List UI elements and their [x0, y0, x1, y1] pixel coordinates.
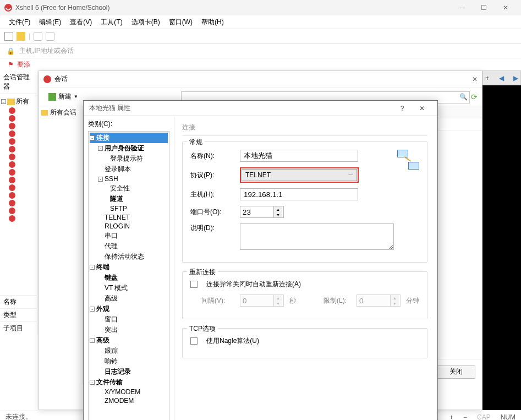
sessions-logo-icon: [43, 75, 51, 83]
manager-properties: 名称 类型 子项目: [0, 295, 37, 335]
session-icon: [9, 161, 15, 168]
session-icon: [9, 154, 15, 160]
chevron-down-icon: ﹀: [348, 172, 353, 179]
reconnect-icon[interactable]: [34, 32, 42, 41]
interval-label: 间隔(V):: [201, 296, 234, 306]
nagle-checkbox[interactable]: [190, 337, 198, 345]
menu-help[interactable]: 帮助(H): [198, 17, 227, 28]
port-label: 端口号(O):: [190, 208, 234, 217]
address-bar: 🔒 主机,IP地址或会话: [0, 44, 521, 58]
interval-spinner: ▲▼: [240, 294, 284, 307]
sessions-titlebar: 会话 ✕: [39, 71, 482, 88]
general-group: 常规 名称(N): 协议(P): TELNET ﹀: [182, 141, 427, 263]
folder-icon: [41, 110, 48, 116]
maximize-button[interactable]: ☐: [473, 0, 495, 15]
close-button[interactable]: ✕: [495, 0, 517, 15]
category-panel: 类别(C): -连接 -用户身份验证 登录提示符 登录脚本 -SSH 安全性 隧…: [84, 116, 174, 420]
menu-view[interactable]: 查看(V): [67, 17, 95, 28]
host-input[interactable]: [240, 188, 358, 200]
session-manager-panel: 会话管理器 -所有 名称 类型 子项目: [0, 70, 37, 335]
session-icon: [9, 115, 15, 122]
limit-spinner: ▲▼: [357, 294, 401, 307]
sessions-folder-tree[interactable]: 所有会话: [39, 106, 83, 384]
auto-reconnect-label: 连接异常关闭时自动重新连接(A): [206, 280, 301, 289]
properties-form: 连接 常规 名称(N): 协议(P): TELNET: [174, 116, 437, 420]
protocol-highlight: TELNET ﹀: [240, 167, 359, 183]
new-session-button[interactable]: 新建 ▼: [43, 90, 83, 103]
session-icon: [9, 208, 15, 214]
collapse-icon[interactable]: -: [90, 265, 95, 270]
menu-tabs[interactable]: 选项卡(B): [128, 17, 163, 28]
main-toolbar: |: [0, 29, 521, 44]
session-manager-title: 会话管理器: [0, 70, 37, 94]
protocol-select[interactable]: TELNET ﹀: [242, 169, 357, 181]
spin-down-icon[interactable]: ▼: [274, 212, 282, 217]
category-label: 类别(C):: [88, 119, 169, 129]
collapse-icon[interactable]: -: [90, 307, 95, 312]
category-tree[interactable]: -连接 -用户身份验证 登录提示符 登录脚本 -SSH 安全性 隧道 SFTP …: [88, 131, 169, 420]
name-label: 名称(N):: [190, 151, 234, 161]
port-input[interactable]: [240, 206, 273, 217]
session-icon: [9, 200, 15, 206]
collapse-icon[interactable]: -: [98, 146, 103, 151]
search-icon[interactable]: 🔍: [459, 93, 468, 101]
status-connection: 未连接。: [6, 412, 32, 420]
desc-textarea[interactable]: [240, 223, 394, 250]
sessions-title-text: 会话: [54, 74, 68, 84]
main-titlebar: Xshell 6 (Free for Home/School) — ☐ ✕: [0, 0, 521, 15]
session-icon: [9, 107, 15, 114]
collapse-icon[interactable]: -: [90, 338, 95, 343]
spin-up-icon[interactable]: ▲: [274, 206, 282, 212]
app-logo-icon: [4, 4, 12, 12]
session-manager-tree[interactable]: -所有: [0, 94, 37, 225]
collapse-icon[interactable]: -: [98, 177, 103, 182]
address-placeholder[interactable]: 主机,IP地址或会话: [19, 46, 74, 56]
lock-icon: 🔒: [7, 47, 15, 55]
minimize-button[interactable]: —: [451, 0, 473, 15]
port-spinner[interactable]: ▲▼: [240, 206, 284, 218]
form-section-title: 连接: [182, 122, 427, 136]
terminal-area[interactable]: [482, 85, 521, 410]
menu-window[interactable]: 窗口(W): [166, 17, 196, 28]
tcp-group: TCP选项 使用Nagle算法(U): [182, 328, 427, 358]
add-icon[interactable]: +: [449, 413, 453, 421]
folder-icon: [7, 99, 15, 105]
menu-edit[interactable]: 编辑(E): [36, 17, 64, 28]
open-icon[interactable]: [17, 32, 25, 41]
refresh-icon[interactable]: ⟳: [471, 92, 478, 101]
status-num: NUM: [501, 413, 515, 421]
collapse-icon[interactable]: -: [1, 99, 6, 104]
sessions-close-button[interactable]: ✕: [472, 75, 478, 83]
remove-icon[interactable]: −: [463, 413, 467, 421]
collapse-icon[interactable]: -: [90, 135, 95, 140]
host-label: 主机(H):: [190, 190, 234, 199]
terminal-tab[interactable]: + ◀ ▶: [482, 70, 521, 85]
auto-reconnect-checkbox[interactable]: [190, 281, 198, 288]
properties-help-button[interactable]: ?: [392, 101, 412, 116]
properties-close-button[interactable]: ✕: [412, 101, 432, 116]
limit-label: 限制(L):: [323, 296, 351, 306]
flag-icon[interactable]: ⚑: [8, 61, 14, 68]
desc-label: 说明(D):: [190, 223, 234, 233]
protocol-label: 协议(P):: [190, 171, 234, 180]
new-session-icon[interactable]: [4, 32, 13, 41]
session-icon: [9, 177, 15, 183]
plus-icon: [48, 93, 56, 101]
sessions-close-btn[interactable]: 关闭: [437, 366, 475, 379]
name-input[interactable]: [240, 150, 358, 162]
session-icon: [9, 169, 15, 176]
menubar: 文件(F) 编辑(E) 查看(V) 工具(T) 选项卡(B) 窗口(W) 帮助(…: [0, 15, 521, 29]
session-icon: [9, 146, 15, 152]
properties-title-text: 本地光猫 属性: [89, 103, 130, 113]
tab-add-icon[interactable]: +: [485, 74, 489, 82]
menu-tools[interactable]: 工具(T): [97, 17, 125, 28]
bookmark-text[interactable]: 要添: [17, 60, 30, 69]
properties-titlebar[interactable]: 本地光猫 属性 ? ✕: [84, 101, 437, 116]
collapse-icon[interactable]: -: [90, 380, 95, 385]
session-icon: [9, 123, 15, 129]
tab-scroll-right-icon[interactable]: ▶: [513, 74, 518, 82]
disconnect-icon[interactable]: [46, 32, 54, 41]
menu-file[interactable]: 文件(F): [6, 17, 34, 28]
app-title: Xshell 6 (Free for Home/School): [15, 4, 109, 12]
tab-scroll-left-icon[interactable]: ◀: [499, 74, 504, 82]
